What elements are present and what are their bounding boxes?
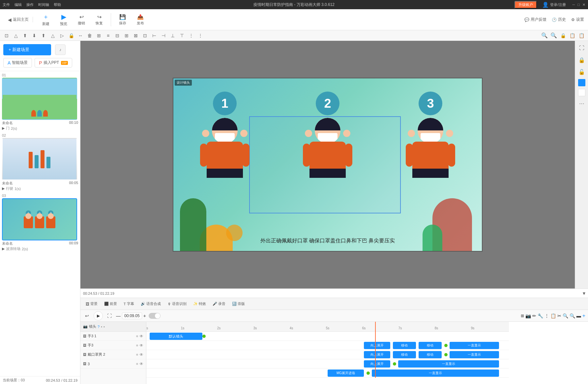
zoom-out-btn[interactable]: 🔍 [550,32,558,40]
rpanel-lock1[interactable]: 🔒 [577,55,586,65]
sec-btn-right[interactable]: ⊞ [123,32,131,40]
camera-add-keyframe[interactable] [202,335,206,338]
num3-add-keyframe[interactable] [367,371,370,375]
hand3-clip-2[interactable]: 移动 [393,351,416,358]
track-vis-num3[interactable] [136,363,138,365]
zoom-in-btn[interactable]: 🔍 [541,32,548,40]
tl-camera-btn[interactable]: 📷 [525,313,531,318]
rpanel-color-blue[interactable] [578,79,585,86]
tl-split-btn[interactable]: ✂ [557,313,561,318]
hand3-clip-3[interactable]: 移动 [419,351,442,358]
sec-btn-distribute[interactable]: △ [49,32,57,40]
track-eye-hand31[interactable]: 👁 [139,334,143,339]
tl-asr-btn[interactable]: 🎙 语音识别 [165,300,189,307]
copy-btn[interactable]: 📋 [568,32,576,40]
tl-subtitle-btn[interactable]: T 字幕 [121,300,137,307]
sec-btn-align2[interactable]: ≡ [104,32,112,40]
preview-button[interactable]: ▶ 预览 [56,12,71,28]
smart-scene-button[interactable]: A 智能场景 [3,58,32,68]
canvas-container[interactable]: 设计镜头 [80,41,575,288]
music-button[interactable]: ♪ [55,44,66,55]
camera-dot2[interactable]: • [103,325,105,329]
sec-btn-2[interactable]: △ [12,32,20,40]
sec-btn-copy[interactable]: ⊞ [95,32,103,40]
rpanel-lock2[interactable]: 🔓 [577,67,586,76]
hand3-add-keyframe[interactable] [444,353,448,356]
lock-btn[interactable]: 🔒 [559,32,567,40]
home-button[interactable]: ◀ 返回主页 [4,17,33,22]
hand31-clip-2[interactable]: 移动 [393,342,416,349]
restore-button[interactable]: ↪ 恢复 [92,13,107,27]
tl-worship-btn[interactable]: 🔙 崇版 [229,300,248,307]
tl-play-btn[interactable]: ▶ [94,311,103,320]
num3-clip-2[interactable]: 一直显示 [372,370,499,377]
rpanel-fullscreen[interactable]: ⛶ [577,43,586,53]
hand31-add-keyframe[interactable] [444,344,448,347]
minimize-button[interactable]: ─ [573,3,575,7]
mask-clip-2[interactable]: 一直显示 [398,360,499,368]
scene-item-01[interactable]: 01 未命名 00:10 ▶ [2,73,78,131]
menu-help[interactable]: 帮助 [54,2,61,7]
sec-btn-space1[interactable]: ⋮ [187,32,195,40]
tl-filter-btn[interactable]: 🔧 [538,313,543,318]
tl-fg-btn[interactable]: ⬛ 前景 [102,300,120,307]
track-vis-hand3[interactable] [136,344,138,346]
tl-more-btn[interactable]: ⋮ [544,313,549,318]
history-button[interactable]: 🕐 历史 [552,17,566,22]
sec-btn-align-top[interactable]: ⬆ [21,32,29,40]
sec-btn-h1[interactable]: ⊠ [132,32,140,40]
sec-btn-center[interactable]: ⊟ [113,32,121,40]
insert-ppt-button[interactable]: P 插入PPT VIP [35,58,72,68]
tl-minus-btn[interactable]: — [116,313,121,318]
hand31-clip-4[interactable]: 一直显示 [450,342,499,349]
tl-bg-btn[interactable]: 🖼 背景 [83,300,100,307]
sec-btn-align-left[interactable]: ▷ [58,32,66,40]
tl-effect-btn[interactable]: ✨ 特效 [191,300,209,307]
revoke-button[interactable]: ↩ 撤销 [74,13,89,27]
paste-btn[interactable]: 📋 [577,32,585,40]
mask-clip-1[interactable]: 向上展开 [364,360,390,368]
tl-tts-btn[interactable]: 🔊 语音合成 [138,300,163,307]
track-eye-hand3[interactable]: 👁 [139,343,143,348]
track-eye-mask[interactable]: 👁 [139,352,143,357]
sec-btn-align-mid[interactable]: ⬇ [30,32,38,40]
tl-zoom-slider[interactable]: ▬ [576,313,581,318]
save-button[interactable]: 💾 保存 [115,13,130,27]
num3-clip-1[interactable]: MG展开进场 [328,370,364,377]
tl-copy-track[interactable]: 📋 [550,313,556,318]
sec-btn-h2[interactable]: ⊡ [141,32,149,40]
sec-btn-v4[interactable]: ⊤ [178,32,186,40]
login-button[interactable]: 👤 登录/注册 [542,2,566,8]
camera-help[interactable]: ? [98,325,100,329]
camera-dot1[interactable]: • [101,325,102,329]
tl-edit-btn[interactable]: ✏ [532,313,536,318]
publish-button[interactable]: 📤 发布 [133,13,148,27]
scene-item-03[interactable]: 03 1 2 [2,194,78,251]
tl-add-track[interactable]: + [582,313,585,319]
menu-edit[interactable]: 编辑 [15,2,22,7]
sec-btn-delete[interactable]: 🗑 [86,32,94,40]
scene-item-02[interactable]: 02 未命名 00:05 [2,133,78,191]
track-eye-num3[interactable]: 👁 [139,362,143,366]
scene-thumb-03[interactable]: 1 2 [2,198,77,240]
scene-thumb-02[interactable] [2,138,77,180]
camera-clip[interactable]: 默认镜头 [150,333,202,340]
track-vis-hand31[interactable] [136,335,138,337]
sec-btn-1[interactable]: ⊡ [3,32,11,40]
feedback-button[interactable]: 💬 用户反馈 [524,17,546,22]
sec-btn-space2[interactable]: ⋮ [196,32,204,40]
menu-operate[interactable]: 操作 [26,2,34,7]
upgrade-button[interactable]: 升级账户 [514,1,537,9]
hand3-clip-1[interactable]: 向上展开 [364,351,390,358]
tl-undo-btn[interactable]: ↩ [83,312,91,320]
sec-btn-v2[interactable]: ⊣ [160,32,167,40]
tl-plus-btn[interactable]: + [143,313,146,318]
track-vis-mask[interactable] [136,354,138,356]
scene-thumb-01[interactable] [2,78,77,120]
maximize-button[interactable]: □ [577,3,580,7]
hand31-clip-3[interactable]: 移动 [419,342,442,349]
sec-btn-v3[interactable]: ⊥ [169,32,177,40]
expand-timeline-btn[interactable]: ▾ [583,290,585,296]
sec-btn-align-bottom[interactable]: ⬆ [40,32,47,40]
sec-btn-lock[interactable]: 🔒 [67,32,75,40]
